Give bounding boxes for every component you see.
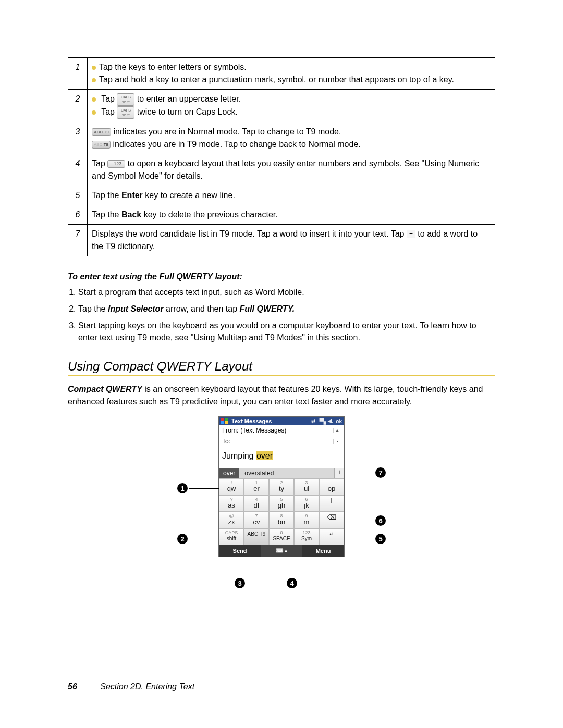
caps-shift-key-icon: CAPSshift: [117, 106, 134, 119]
callout-4: 4: [287, 578, 297, 588]
section-intro: Compact QWERTY is an onscreen keyboard l…: [68, 383, 495, 408]
volume-icon: ◀꜀: [328, 418, 334, 424]
ok-button[interactable]: ok: [336, 418, 342, 424]
procedure-heading: To enter text using the Full QWERTY layo…: [68, 272, 495, 281]
t9-mode-key-icon: ABC T9: [92, 141, 111, 149]
keyboard-key[interactable]: 2ty: [269, 478, 294, 495]
keyboard-key[interactable]: 9m: [294, 512, 319, 528]
keyboard-key[interactable]: 7cv: [244, 512, 269, 528]
callout-2: 2: [177, 534, 188, 544]
callout-7: 7: [375, 467, 386, 478]
phone-figure: Text Messages ⇄ ▝▚ ◀꜀ ok From: (Text Mes…: [182, 416, 381, 557]
callout-1: 1: [177, 483, 188, 493]
scroll-up-icon[interactable]: ▲: [333, 428, 341, 433]
keyboard-key[interactable]: .op: [319, 478, 344, 495]
step: Start a program that accepts text input,…: [78, 287, 495, 298]
start-icon: [221, 418, 228, 424]
to-row[interactable]: To: ▪: [219, 436, 344, 447]
compose-area[interactable]: Jumping over: [219, 447, 344, 468]
keyboard-key[interactable]: 123Sym: [294, 528, 319, 545]
callout-5: 5: [375, 534, 386, 544]
keyboard-key[interactable]: !qw: [219, 478, 244, 495]
plus-key-icon: +: [407, 230, 415, 238]
instructions-table: 1 Tap the keys to enter letters or symbo…: [68, 57, 495, 256]
keyboard-key[interactable]: 4df: [244, 495, 269, 512]
step: Tap the Input Selector arrow, and then t…: [78, 303, 495, 315]
from-row: From: (Text Messages) ▲: [219, 425, 344, 436]
keyboard-key[interactable]: 0SPACE: [269, 528, 294, 545]
connectivity-icon: ⇄: [311, 418, 315, 424]
row-num: 1: [68, 58, 88, 90]
caps-shift-key-icon: CAPSshift: [117, 93, 134, 106]
candidate-selected[interactable]: over: [219, 468, 239, 478]
numeric-symbol-key-icon: ..123: [107, 160, 125, 168]
callout-6: 6: [375, 515, 386, 526]
page-footer: 56 Section 2D. Entering Text: [68, 682, 495, 692]
sip-selector[interactable]: ⌨ ▴: [261, 545, 302, 557]
bullet-icon: [92, 97, 96, 102]
keyboard-key[interactable]: ↵: [319, 528, 344, 545]
callout-3: 3: [235, 578, 245, 588]
procedure-steps: Start a program that accepts text input,…: [78, 287, 495, 344]
step: Start tapping keys on the keyboard as yo…: [78, 320, 495, 343]
bullet-icon: [92, 66, 96, 70]
keyboard-key[interactable]: CAPSshift: [219, 528, 244, 545]
scroll-thumb-icon[interactable]: ▪: [333, 439, 341, 444]
keyboard-key[interactable]: 3ui: [294, 478, 319, 495]
section-rule: [68, 375, 495, 376]
keyboard-key[interactable]: l: [319, 495, 344, 512]
row-content: Tap the keys to enter letters or symbols…: [88, 58, 495, 90]
bullet-icon: [92, 78, 96, 82]
section-heading: Using Compact QWERTY Layout: [68, 359, 495, 374]
keyboard-key[interactable]: ?as: [219, 495, 244, 512]
abc-mode-key-icon: ABC T9: [92, 128, 111, 136]
keyboard-key[interactable]: 6jk: [294, 495, 319, 512]
keyboard-key[interactable]: @zx: [219, 512, 244, 528]
signal-icon: ▝▚: [317, 418, 326, 424]
page-number: 56: [68, 682, 77, 691]
candidate-bar[interactable]: over overstated +: [219, 468, 344, 478]
keyboard-key[interactable]: ABC T9: [244, 528, 269, 545]
candidate-item[interactable]: overstated: [239, 468, 279, 478]
menu-softkey[interactable]: Menu: [302, 545, 344, 557]
add-word-button[interactable]: +: [334, 468, 344, 478]
bullet-icon: [92, 110, 96, 115]
keyboard-key[interactable]: 5gh: [269, 495, 294, 512]
section-label: Section 2D. Entering Text: [100, 682, 194, 691]
soft-key-bar: Send ⌨ ▴ Menu: [219, 545, 344, 557]
keyboard[interactable]: !qw1er2ty3ui.op?as4df5gh6jkl@zx7cv8bn9m⌫…: [219, 478, 344, 545]
keyboard-key[interactable]: 1er: [244, 478, 269, 495]
keyboard-key[interactable]: 8bn: [269, 512, 294, 528]
keyboard-key[interactable]: ⌫: [319, 512, 344, 528]
app-title: Text Messages: [231, 418, 272, 424]
phone-mock: Text Messages ⇄ ▝▚ ◀꜀ ok From: (Text Mes…: [218, 416, 345, 557]
status-bar: Text Messages ⇄ ▝▚ ◀꜀ ok: [219, 417, 344, 425]
